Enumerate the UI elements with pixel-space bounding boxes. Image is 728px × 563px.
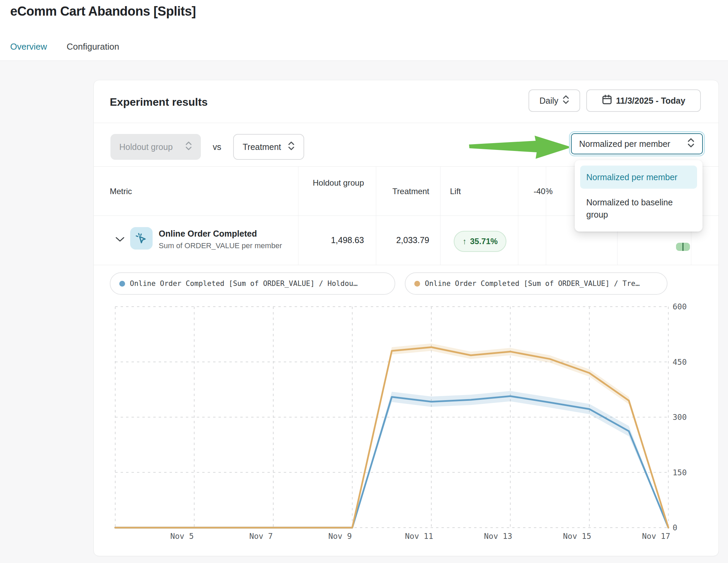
- legend-dot-orange: [414, 281, 420, 287]
- legend-dot-blue: [119, 281, 125, 287]
- tab-configuration[interactable]: Configuration: [67, 41, 119, 52]
- metric-subtitle: Sum of ORDER_VALUE per member: [159, 241, 282, 250]
- col-header-lift: Lift: [450, 187, 461, 196]
- lift-value: 35.71%: [470, 237, 498, 246]
- svg-text:Nov 9: Nov 9: [328, 532, 352, 541]
- metric-name: Online Order Completed: [159, 229, 257, 239]
- svg-text:450: 450: [673, 358, 687, 366]
- annotation-arrow-icon: [469, 135, 573, 160]
- tab-overview[interactable]: Overview: [10, 41, 47, 52]
- divider: [94, 123, 718, 123]
- svg-text:Nov 13: Nov 13: [484, 532, 512, 541]
- menu-option-normalized-per-member[interactable]: Normalized per member: [580, 166, 697, 189]
- treatment-group-select[interactable]: Treatment: [233, 134, 304, 160]
- col-header-lift-axis-minus40: -40%: [523, 187, 564, 196]
- vs-label: vs: [213, 142, 221, 152]
- chevron-updown-icon: [687, 137, 695, 150]
- normalize-select-focus-ring: Normalized per member: [569, 131, 705, 156]
- card-title: Experiment results: [110, 96, 208, 108]
- page-title: eComm Cart Abandons [Splits]: [10, 4, 196, 19]
- col-header-holdout-group: Holdout group: [301, 176, 364, 189]
- col-header-treatment: Treatment: [379, 187, 429, 196]
- baseline-group-select[interactable]: Holdout group: [110, 134, 201, 160]
- chevron-updown-icon: [562, 95, 569, 107]
- normalize-dropdown-menu: Normalized per member Normalized to base…: [575, 160, 703, 232]
- lift-confidence-interval-bar: [676, 243, 690, 251]
- menu-option-normalized-to-baseline[interactable]: Normalized to baseline group: [580, 191, 697, 226]
- svg-text:Nov 5: Nov 5: [170, 532, 194, 541]
- date-range-button[interactable]: 11/3/2025 - Today: [586, 89, 701, 112]
- svg-text:0: 0: [673, 523, 677, 532]
- normalize-select-value: Normalized per member: [579, 139, 670, 149]
- legend-label: Online Order Completed [Sum of ORDER_VAL…: [425, 279, 640, 288]
- legend-chip-holdout[interactable]: Online Order Completed [Sum of ORDER_VAL…: [110, 272, 395, 295]
- page-header: eComm Cart Abandons [Splits] Overview Co…: [0, 0, 728, 61]
- svg-text:Nov 15: Nov 15: [563, 532, 591, 541]
- lift-point-estimate-line: [682, 243, 683, 251]
- metric-click-event-icon: [130, 227, 153, 250]
- chevron-updown-icon: [185, 141, 192, 153]
- lift-up-arrow-icon: ↑: [463, 237, 467, 246]
- svg-text:Nov 7: Nov 7: [249, 532, 273, 541]
- legend-chip-treatment[interactable]: Online Order Completed [Sum of ORDER_VAL…: [405, 272, 668, 295]
- svg-text:Nov 17: Nov 17: [642, 532, 670, 541]
- chevron-updown-icon: [288, 141, 295, 153]
- svg-text:150: 150: [673, 468, 687, 477]
- normalize-select[interactable]: Normalized per member: [571, 133, 703, 154]
- holdout-value: 1,498.63: [301, 235, 364, 245]
- granularity-select[interactable]: Daily: [528, 89, 580, 112]
- calendar-icon: [602, 95, 612, 107]
- granularity-value: Daily: [539, 96, 558, 106]
- divider: [94, 265, 718, 265]
- baseline-group-value: Holdout group: [119, 142, 173, 152]
- legend-label: Online Order Completed [Sum of ORDER_VAL…: [130, 279, 358, 288]
- content-area: Experiment results Daily 11/3/2025 - Tod…: [0, 61, 728, 563]
- svg-text:Nov 11: Nov 11: [405, 532, 433, 541]
- svg-text:600: 600: [673, 302, 687, 311]
- treatment-value: 2,033.79: [379, 235, 429, 245]
- col-header-metric: Metric: [110, 187, 132, 196]
- experiment-results-card: Experiment results Daily 11/3/2025 - Tod…: [93, 80, 719, 556]
- date-range-label: 11/3/2025 - Today: [616, 96, 686, 106]
- svg-text:300: 300: [673, 413, 687, 422]
- lift-badge: ↑ 35.71%: [454, 231, 506, 252]
- treatment-group-value: Treatment: [243, 142, 281, 152]
- row-expander-chevron-icon[interactable]: [116, 237, 124, 243]
- results-line-chart: 0150300450600Nov 5Nov 7Nov 9Nov 11Nov 13…: [94, 296, 718, 548]
